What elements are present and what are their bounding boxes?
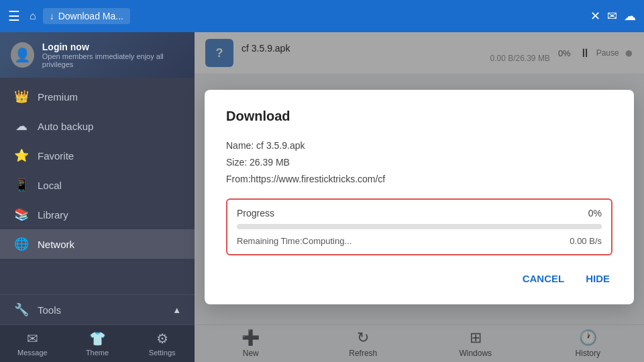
- progress-value: 0%: [588, 208, 602, 219]
- sidebar-tab-theme-label: Theme: [86, 349, 109, 357]
- progress-label: Progress: [237, 208, 274, 219]
- cloud-backup-icon: ☁: [13, 119, 30, 133]
- sidebar-tab-settings[interactable]: ⚙ Settings: [129, 325, 195, 362]
- close-icon[interactable]: ✕: [590, 9, 600, 23]
- star-icon: ⭐: [13, 148, 30, 163]
- modal-actions: CANCEL HIDE: [226, 269, 612, 288]
- main-layout: 👤 Login now Open members immediately enj…: [0, 32, 644, 362]
- avatar: 👤: [11, 42, 34, 68]
- sidebar-item-tools-label: Tools: [38, 304, 61, 316]
- avatar-icon: 👤: [14, 47, 31, 63]
- download-modal: Download Name: cf 3.5.9.apk Size: 26.39 …: [205, 90, 634, 305]
- sidebar-tab-settings-label: Settings: [149, 349, 176, 357]
- sidebar-tab-message[interactable]: ✉ Message: [0, 325, 65, 362]
- message-icon: ✉: [27, 330, 38, 347]
- sidebar-tab-message-label: Message: [17, 349, 48, 357]
- sidebar-nav: 👑 Premium ☁ Auto backup ⭐ Favorite 📱 Loc…: [0, 78, 195, 294]
- local-icon: 📱: [13, 178, 30, 192]
- download-tab-button[interactable]: ↓ Download Ma...: [43, 8, 130, 24]
- sidebar-tab-theme[interactable]: 👕 Theme: [65, 325, 130, 362]
- top-bar: ☰ ⌂ ↓ Download Ma... ✕ ✉ ☁: [0, 0, 644, 32]
- download-arrow-icon: ↓: [50, 11, 54, 21]
- crown-icon: 👑: [13, 89, 30, 104]
- library-icon: 📚: [13, 207, 30, 222]
- user-info: Login now Open members immediately enjoy…: [42, 42, 184, 68]
- progress-box: Progress 0% Remaining Time:Computing... …: [226, 198, 612, 255]
- sidebar-item-library[interactable]: 📚 Library: [0, 200, 195, 229]
- cloud-icon[interactable]: ☁: [624, 9, 636, 23]
- user-area[interactable]: 👤 Login now Open members immediately enj…: [0, 32, 195, 78]
- sidebar-item-library-label: Library: [38, 209, 68, 221]
- tools-icon: 🔧: [13, 302, 30, 317]
- hide-button[interactable]: HIDE: [583, 269, 612, 288]
- sidebar-item-network-label: Network: [38, 239, 74, 250]
- login-label: Login now: [42, 42, 184, 52]
- settings-icon: ⚙: [156, 330, 168, 347]
- mail-icon[interactable]: ✉: [607, 9, 617, 23]
- user-subtitle: Open members immediately enjoy all privi…: [42, 52, 184, 68]
- menu-icon[interactable]: ☰: [8, 8, 20, 24]
- sidebar-item-favorite-label: Favorite: [38, 150, 74, 162]
- sidebar-item-autobackup[interactable]: ☁ Auto backup: [0, 111, 195, 141]
- modal-name: Name: cf 3.5.9.apk: [226, 137, 612, 154]
- chevron-up-icon: ▲: [172, 305, 181, 315]
- sidebar-bottom-tabs: ✉ Message 👕 Theme ⚙ Settings: [0, 324, 195, 362]
- sidebar-item-premium[interactable]: 👑 Premium: [0, 82, 195, 111]
- sidebar-item-tools[interactable]: 🔧 Tools ▲: [0, 294, 195, 324]
- sidebar-item-premium-label: Premium: [38, 91, 78, 103]
- content-area: ? cf 3.5.9.apk 0.00 B/26.39 MB 0% ⏸ Paus…: [195, 32, 644, 362]
- sidebar: 👤 Login now Open members immediately enj…: [0, 32, 195, 362]
- progress-footer: Remaining Time:Computing... 0.00 B/s: [237, 236, 602, 246]
- sidebar-item-favorite[interactable]: ⭐ Favorite: [0, 141, 195, 170]
- modal-info: Name: cf 3.5.9.apk Size: 26.39 MB From:h…: [226, 137, 612, 188]
- home-icon[interactable]: ⌂: [30, 10, 36, 22]
- modal-from: From:https://www.firesticktricks.com/cf: [226, 171, 612, 188]
- remaining-label: Remaining Time:Computing...: [237, 236, 352, 246]
- sidebar-item-local[interactable]: 📱 Local: [0, 170, 195, 200]
- modal-title: Download: [226, 109, 612, 124]
- sidebar-item-autobackup-label: Auto backup: [38, 121, 93, 132]
- theme-icon: 👕: [89, 330, 106, 347]
- modal-size: Size: 26.39 MB: [226, 154, 612, 171]
- cancel-button[interactable]: CANCEL: [520, 269, 568, 288]
- modal-overlay: Download Name: cf 3.5.9.apk Size: 26.39 …: [195, 32, 644, 362]
- progress-bar-background: [237, 224, 602, 229]
- speed-label: 0.00 B/s: [570, 236, 602, 246]
- sidebar-item-local-label: Local: [38, 180, 62, 191]
- network-icon: 🌐: [13, 237, 30, 251]
- download-tab-label: Download Ma...: [58, 11, 123, 21]
- sidebar-item-network[interactable]: 🌐 Network: [0, 229, 195, 259]
- progress-header: Progress 0%: [237, 208, 602, 219]
